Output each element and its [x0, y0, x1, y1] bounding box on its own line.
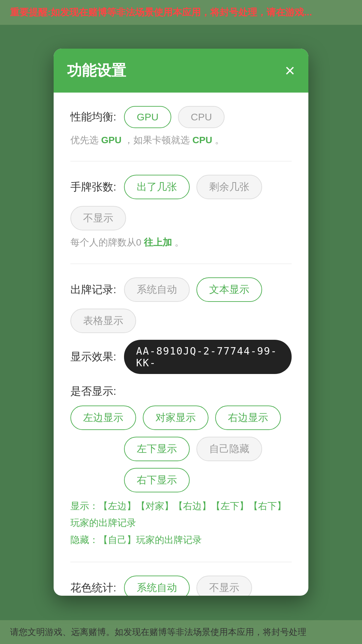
remaining-button[interactable]: 剩余几张	[196, 175, 262, 199]
modal-header: 功能设置 ×	[54, 49, 308, 93]
show-hide-buttons: 左边显示 对家显示 右边显示	[70, 406, 281, 430]
color-sys-auto-button[interactable]: 系统自动	[124, 576, 190, 595]
modal-title: 功能设置	[67, 61, 126, 80]
color-stat-label: 花色统计:	[70, 581, 117, 595]
show-hide-buttons-row2: 左下显示 自己隐藏 右下显示	[124, 437, 292, 492]
table-display-button[interactable]: 表格显示	[70, 309, 136, 333]
bottom-right-button[interactable]: 右下显示	[124, 468, 190, 492]
show-hide-label: 是否显示:	[70, 384, 117, 399]
text-display-button[interactable]: 文本显示	[196, 277, 262, 302]
color-no-show-button[interactable]: 不显示	[196, 576, 252, 595]
show-hint-text: 显示：【左边】【对家】【右边】【左下】【右下】玩家的出牌记录 隐藏：【自己】玩家…	[70, 498, 292, 548]
gpu-hint-text: GPU	[101, 135, 122, 145]
display-effect-value: AA-8910JQ-2-77744-99-KK-	[124, 340, 292, 374]
card-count-hint: 每个人的牌数从0 往上加 。	[70, 235, 292, 250]
sys-auto-button[interactable]: 系统自动	[124, 277, 190, 302]
performance-label: 性能均衡:	[70, 110, 117, 124]
opposite-show-button[interactable]: 对家显示	[143, 406, 208, 430]
divider-2	[70, 264, 292, 264]
modal-body: 性能均衡: GPU CPU 优先选 GPU ，如果卡顿就选 CPU 。 手牌张数…	[54, 93, 308, 596]
left-show-button[interactable]: 左边显示	[70, 406, 136, 430]
display-effect-label: 显示效果:	[70, 350, 117, 364]
card-count-section: 手牌张数: 出了几张 剩余几张 不显示 每个人的牌数从0 往上加 。	[70, 175, 292, 250]
card-count-hint-green: 往上加	[144, 237, 172, 248]
self-hide-button[interactable]: 自己隐藏	[196, 437, 262, 461]
divider-1	[70, 161, 292, 161]
play-record-section: 出牌记录: 系统自动 文本显示 表格显示 显示效果: AA-8910JQ-2-7…	[70, 277, 292, 548]
close-button[interactable]: ×	[285, 62, 295, 79]
cpu-button[interactable]: CPU	[178, 106, 225, 128]
gpu-button[interactable]: GPU	[124, 106, 171, 128]
cpu-hint-text: CPU	[192, 135, 212, 145]
color-stat-section: 花色统计: 系统自动 不显示 显示花色 系统自动选择显示/不显示花色 仅部分必要…	[70, 576, 292, 595]
bottom-left-button[interactable]: 左下显示	[124, 437, 190, 461]
played-button[interactable]: 出了几张	[124, 175, 190, 199]
no-show-card-button[interactable]: 不显示	[70, 206, 126, 230]
divider-3	[70, 562, 292, 562]
performance-hint: 优先选 GPU ，如果卡顿就选 CPU 。	[70, 133, 292, 148]
play-record-label: 出牌记录:	[70, 282, 117, 297]
settings-modal: 功能设置 × 性能均衡: GPU CPU 优先选 GPU ，如果卡顿就选 CPU…	[54, 49, 308, 596]
right-show-button[interactable]: 右边显示	[215, 406, 281, 430]
performance-section: 性能均衡: GPU CPU 优先选 GPU ，如果卡顿就选 CPU 。	[70, 106, 292, 148]
card-count-label: 手牌张数:	[70, 180, 117, 195]
